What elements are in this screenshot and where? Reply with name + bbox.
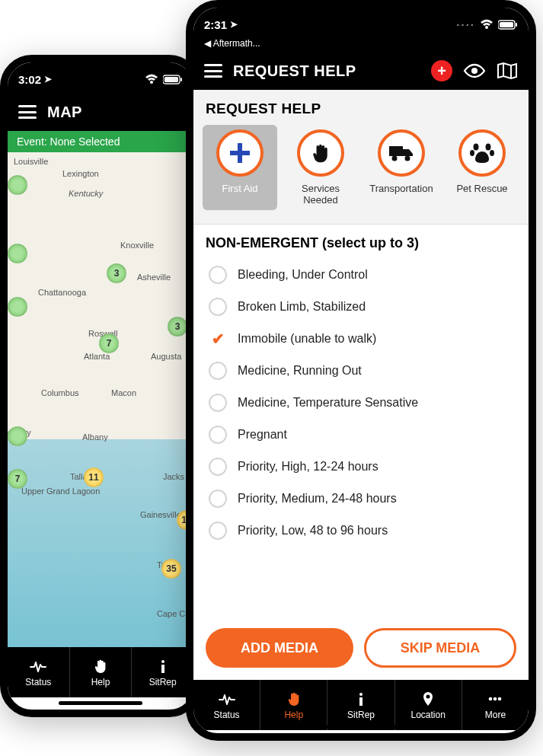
map-marker[interactable] — [8, 426, 27, 446]
wifi-icon — [145, 74, 158, 85]
tabbar: StatusHelpSitRepLocationMore — [193, 680, 529, 730]
plus-icon — [216, 129, 264, 177]
option-label: Priority, High, 12-24 hours — [238, 460, 379, 474]
tab-status[interactable]: Status — [193, 680, 260, 730]
menu-button[interactable] — [18, 105, 37, 119]
battery-icon — [163, 75, 183, 85]
tab-more[interactable]: More — [462, 680, 529, 730]
tab-label: Help — [91, 677, 110, 687]
option-item[interactable]: Priority, Low, 48 to 96 hours — [206, 515, 516, 547]
map-marker[interactable]: 3 — [168, 317, 187, 337]
checkbox[interactable] — [209, 522, 227, 540]
event-text: Event: None Selected — [17, 136, 120, 148]
category-transportation[interactable]: Transportation — [364, 125, 439, 210]
checkbox[interactable] — [209, 298, 227, 316]
svg-rect-1 — [164, 77, 178, 82]
home-indicator[interactable] — [59, 701, 142, 705]
tab-help[interactable]: Help — [260, 680, 327, 730]
skip-media-button[interactable]: SKIP MEDIA — [364, 628, 516, 668]
category-pet-rescue[interactable]: Pet Rescue — [445, 125, 519, 210]
svg-rect-2 — [180, 78, 182, 81]
map-label: Asheville — [137, 273, 171, 282]
svg-rect-10 — [230, 151, 250, 155]
add-button[interactable]: + — [431, 60, 452, 81]
tab-label: Status — [214, 710, 240, 720]
add-media-button[interactable]: ADD MEDIA — [206, 628, 353, 668]
svg-rect-4 — [161, 665, 164, 673]
option-label: Priority, Low, 48 to 96 hours — [238, 524, 388, 537]
map-icon[interactable] — [497, 62, 518, 80]
tab-sitrep[interactable]: SitRep — [327, 680, 394, 730]
info-icon — [155, 658, 171, 675]
back-breadcrumb[interactable]: ◀ Aftermath... — [193, 38, 529, 52]
checkbox[interactable] — [209, 458, 227, 476]
category-first-aid[interactable]: First Aid — [203, 125, 277, 210]
svg-point-21 — [489, 697, 493, 700]
checkbox[interactable] — [209, 330, 227, 348]
menu-button[interactable] — [204, 64, 222, 78]
home-indicator[interactable] — [308, 725, 414, 729]
option-item[interactable]: Priority, Medium, 24-48 hours — [206, 483, 516, 515]
svg-point-22 — [493, 697, 497, 700]
checkbox[interactable] — [209, 362, 227, 380]
svg-rect-11 — [389, 146, 403, 156]
cell-dots-icon: ∙∙∙∙ — [456, 18, 475, 31]
tab-location[interactable]: Location — [395, 680, 462, 730]
option-item[interactable]: Bleeding, Under Control — [206, 259, 516, 291]
svg-rect-19 — [359, 697, 363, 706]
eye-icon[interactable] — [463, 63, 486, 78]
info-icon — [353, 691, 369, 707]
option-item[interactable]: Pregnant — [206, 419, 516, 451]
checkbox[interactable] — [209, 394, 227, 412]
tab-label: SitRep — [347, 710, 375, 720]
pulse-icon — [30, 658, 46, 675]
paw-icon — [458, 129, 506, 177]
category-row: First AidServices NeededTransportationPe… — [193, 125, 529, 224]
map-label: Macon — [111, 388, 136, 397]
tab-label: SitRep — [149, 677, 177, 687]
option-label: Pregnant — [238, 428, 287, 442]
map-view[interactable]: LouisvilleLexingtonKentuckyKnoxvilleAshe… — [8, 152, 193, 647]
map-marker[interactable] — [8, 175, 27, 195]
map-label: Albany — [82, 432, 108, 442]
section-title: REQUEST HELP — [193, 90, 529, 125]
map-marker[interactable]: 7 — [99, 333, 119, 353]
event-selector[interactable]: Event: None Selected — [8, 131, 193, 152]
option-item[interactable]: Medicine, Running Out — [206, 355, 516, 387]
option-item[interactable]: Immobile (unable to walk) — [206, 323, 516, 355]
category-label: Services Needed — [285, 183, 356, 206]
map-marker[interactable]: 3 — [107, 263, 126, 283]
map-marker[interactable]: 7 — [8, 469, 27, 489]
media-buttons: ADD MEDIA SKIP MEDIA — [193, 616, 529, 680]
category-services-needed[interactable]: Services Needed — [283, 125, 358, 210]
map-marker[interactable]: 11 — [84, 467, 104, 487]
location-arrow-icon: ➤ — [44, 74, 52, 85]
tab-sitrep[interactable]: SitRep — [132, 647, 193, 697]
map-label: Lexington — [62, 169, 99, 178]
map-label: Gainesville — [140, 510, 181, 519]
map-marker[interactable]: 35 — [161, 559, 181, 579]
checkbox[interactable] — [209, 490, 227, 508]
map-label: Chattanooga — [38, 288, 86, 297]
option-label: Immobile (unable to walk) — [238, 332, 376, 346]
svg-point-8 — [471, 68, 478, 74]
category-label: First Aid — [222, 183, 258, 194]
tab-help[interactable]: Help — [70, 647, 133, 697]
option-item[interactable]: Medicine, Temperature Sensative — [206, 387, 516, 419]
map-marker[interactable] — [8, 297, 27, 317]
map-label: Columbus — [41, 388, 79, 397]
svg-point-16 — [470, 150, 474, 156]
tab-label: Status — [25, 677, 51, 687]
nonemergent-title: NON-EMERGENT (select up to 3) — [206, 235, 516, 251]
option-item[interactable]: Priority, High, 12-24 hours — [206, 451, 516, 483]
status-time: 2:31 — [204, 18, 227, 31]
map-label: Jacks — [163, 472, 184, 481]
tabbar: StatusHelpSitRep — [8, 647, 193, 697]
checkbox[interactable] — [209, 426, 227, 444]
map-marker[interactable] — [8, 244, 27, 263]
tab-status[interactable]: Status — [8, 647, 70, 697]
map-label: Atlanta — [84, 352, 110, 361]
phone-request-help: 2:31 ➤ ∙∙∙∙ ◀ Aftermath... REQUEST HELP … — [186, 0, 536, 741]
option-item[interactable]: Broken Limb, Stabilized — [206, 291, 516, 323]
checkbox[interactable] — [209, 266, 227, 284]
